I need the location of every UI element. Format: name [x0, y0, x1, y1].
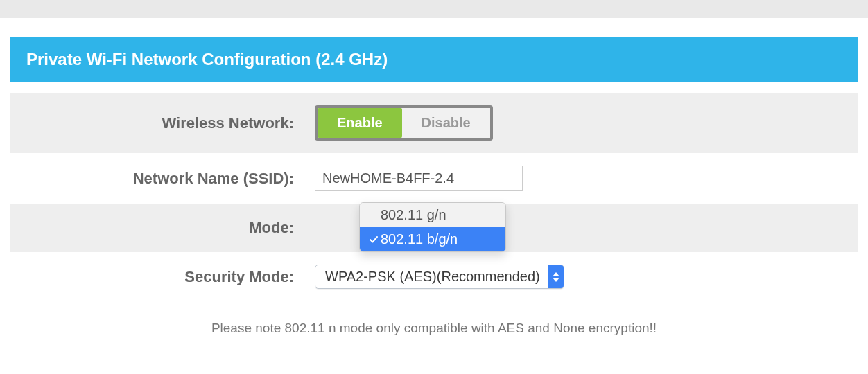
top-spacer-bar [0, 0, 868, 18]
security-mode-control: WPA2-PSK (AES)(Recommended) [315, 265, 858, 289]
ssid-control [315, 166, 858, 191]
row-security-mode: Security Mode: WPA2-PSK (AES)(Recommende… [10, 252, 858, 301]
mode-option-gn[interactable]: 802.11 g/n [360, 203, 505, 227]
ssid-label: Network Name (SSID): [10, 170, 315, 188]
spacer [10, 82, 858, 93]
security-mode-value: WPA2-PSK (AES)(Recommended) [315, 265, 548, 288]
compatibility-note: Please note 802.11 n mode only compatibl… [10, 301, 858, 336]
mode-option-bgn[interactable]: 802.11 b/g/n [360, 227, 505, 251]
mode-label: Mode: [10, 219, 315, 237]
wireless-network-control: Enable Disable [315, 105, 858, 141]
enable-button[interactable]: Enable [318, 108, 402, 138]
select-arrows-icon [548, 265, 564, 288]
mode-option-bgn-label: 802.11 b/g/n [381, 231, 458, 247]
mode-option-gn-label: 802.11 g/n [381, 207, 446, 223]
mode-dropdown-open[interactable]: 802.11 g/n 802.11 b/g/n [359, 202, 506, 252]
security-mode-select[interactable]: WPA2-PSK (AES)(Recommended) [315, 265, 564, 289]
security-mode-label: Security Mode: [10, 268, 315, 286]
check-icon [367, 235, 381, 244]
row-ssid: Network Name (SSID): [10, 153, 858, 204]
panel-title: Private Wi-Fi Network Configuration (2.4… [26, 50, 388, 69]
disable-button[interactable]: Disable [402, 108, 490, 138]
wireless-network-label: Wireless Network: [10, 114, 315, 132]
panel-header: Private Wi-Fi Network Configuration (2.4… [10, 37, 858, 82]
ssid-input[interactable] [315, 166, 523, 191]
wireless-toggle-group: Enable Disable [315, 105, 493, 141]
row-wireless-network: Wireless Network: Enable Disable [10, 93, 858, 153]
